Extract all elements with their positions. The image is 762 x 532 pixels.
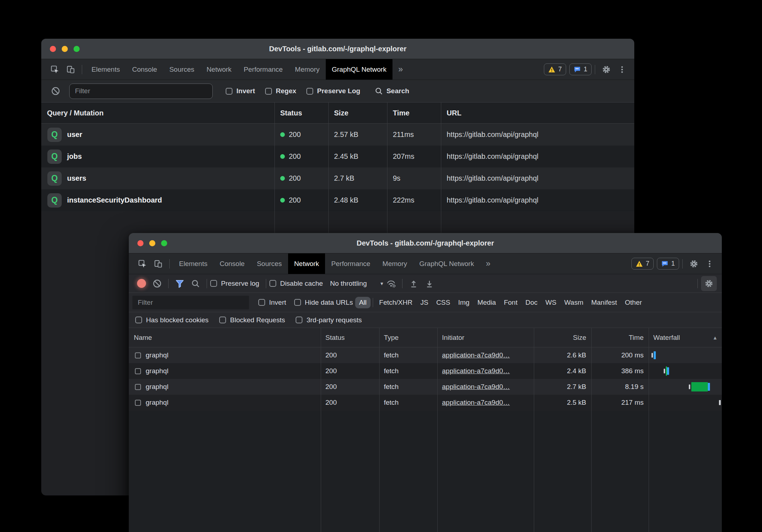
zoom-button[interactable] bbox=[161, 240, 167, 246]
table-row[interactable]: graphql 200 fetch application-a7ca9d0… 2… bbox=[129, 379, 722, 395]
type-filter-media[interactable]: Media bbox=[474, 297, 500, 308]
initiator-link[interactable]: application-a7ca9d0… bbox=[442, 367, 510, 375]
type-filter-manifest[interactable]: Manifest bbox=[587, 297, 621, 308]
messages-badge[interactable]: 1 bbox=[657, 258, 679, 270]
disable-cache-checkbox[interactable] bbox=[269, 280, 276, 287]
tab-performance[interactable]: Performance bbox=[325, 253, 376, 274]
regex-checkbox[interactable] bbox=[265, 88, 272, 95]
settings-gear-icon[interactable] bbox=[598, 62, 614, 77]
close-button[interactable] bbox=[50, 46, 56, 52]
table-row[interactable]: Quser 200 2.57 kB 211ms https://gitlab.c… bbox=[41, 124, 634, 146]
kebab-menu-icon[interactable] bbox=[614, 62, 630, 77]
tab-graphql-network[interactable]: GraphQL Network bbox=[326, 59, 392, 80]
network-settings-gear-icon[interactable] bbox=[701, 276, 717, 291]
column-header-initiator[interactable]: Initiator bbox=[437, 334, 534, 342]
column-header-size[interactable]: Size bbox=[328, 109, 387, 117]
table-row[interactable]: graphql 200 fetch application-a7ca9d0… 2… bbox=[129, 395, 722, 410]
invert-checkbox[interactable] bbox=[226, 88, 232, 95]
initiator-link[interactable]: application-a7ca9d0… bbox=[442, 383, 510, 390]
table-row[interactable]: graphql 200 fetch application-a7ca9d0… 2… bbox=[129, 347, 722, 363]
tab-sources[interactable]: Sources bbox=[251, 253, 288, 274]
blocked-requests-checkbox[interactable] bbox=[219, 317, 226, 323]
row-checkbox[interactable] bbox=[135, 384, 141, 390]
tab-graphql-network[interactable]: GraphQL Network bbox=[413, 253, 480, 274]
hide-data-urls-checkbox[interactable] bbox=[294, 299, 301, 306]
tab-memory[interactable]: Memory bbox=[289, 59, 326, 80]
column-header-size[interactable]: Size bbox=[534, 334, 591, 342]
device-toolbar-icon[interactable] bbox=[63, 62, 79, 77]
zoom-button[interactable] bbox=[74, 46, 80, 52]
row-checkbox[interactable] bbox=[135, 352, 141, 358]
tab-performance[interactable]: Performance bbox=[237, 59, 289, 80]
type-filter-doc[interactable]: Doc bbox=[521, 297, 541, 308]
throttling-dropdown[interactable]: No throttling ▾ bbox=[330, 280, 383, 288]
column-header-status[interactable]: Status bbox=[321, 334, 379, 342]
type-filter-other[interactable]: Other bbox=[621, 297, 646, 308]
settings-gear-icon[interactable] bbox=[686, 256, 702, 271]
more-tabs-icon[interactable]: » bbox=[480, 259, 496, 269]
column-header-status[interactable]: Status bbox=[274, 109, 328, 117]
clear-icon[interactable] bbox=[149, 276, 165, 291]
type-filter-wasm[interactable]: Wasm bbox=[560, 297, 587, 308]
export-har-icon[interactable] bbox=[422, 276, 437, 291]
type-filter-ws[interactable]: WS bbox=[541, 297, 560, 308]
type-filter-font[interactable]: Font bbox=[500, 297, 521, 308]
filter-funnel-icon[interactable] bbox=[172, 276, 188, 291]
search-button[interactable]: Search bbox=[375, 87, 409, 95]
tab-sources[interactable]: Sources bbox=[163, 59, 201, 80]
column-header-type[interactable]: Type bbox=[379, 334, 437, 342]
row-checkbox[interactable] bbox=[135, 400, 141, 406]
more-tabs-icon[interactable]: » bbox=[392, 65, 409, 74]
column-divider bbox=[591, 328, 592, 532]
third-party-requests-checkbox[interactable] bbox=[296, 317, 302, 323]
warnings-badge[interactable]: 7 bbox=[631, 258, 654, 270]
status-ok-dot bbox=[280, 176, 285, 181]
minimize-button[interactable] bbox=[149, 240, 155, 246]
tab-console[interactable]: Console bbox=[126, 59, 163, 80]
network-conditions-icon[interactable] bbox=[383, 276, 399, 291]
initiator-link[interactable]: application-a7ca9d0… bbox=[442, 399, 510, 406]
column-header-url[interactable]: URL bbox=[441, 109, 634, 117]
inspect-element-icon[interactable] bbox=[47, 62, 63, 77]
type-filter-js[interactable]: JS bbox=[417, 297, 432, 308]
inspect-element-icon[interactable] bbox=[135, 256, 150, 271]
table-row[interactable]: Qjobs 200 2.45 kB 207ms https://gitlab.c… bbox=[41, 146, 634, 167]
import-har-icon[interactable] bbox=[406, 276, 422, 291]
column-header-name[interactable]: Name bbox=[129, 334, 321, 342]
close-button[interactable] bbox=[137, 240, 144, 246]
messages-badge[interactable]: 1 bbox=[569, 63, 592, 75]
warnings-badge[interactable]: 7 bbox=[544, 63, 566, 75]
tab-elements[interactable]: Elements bbox=[173, 253, 213, 274]
filter-input[interactable] bbox=[69, 84, 213, 99]
search-icon[interactable] bbox=[188, 276, 203, 291]
minimize-button[interactable] bbox=[62, 46, 68, 52]
type-filter-fetch-xhr[interactable]: Fetch/XHR bbox=[375, 297, 417, 308]
tab-memory[interactable]: Memory bbox=[376, 253, 413, 274]
preserve-log-checkbox[interactable] bbox=[210, 280, 217, 287]
tab-network[interactable]: Network bbox=[288, 253, 325, 274]
column-header-time[interactable]: Time bbox=[387, 109, 441, 117]
tab-network[interactable]: Network bbox=[201, 59, 238, 80]
kebab-menu-icon[interactable] bbox=[702, 256, 718, 271]
column-header-time[interactable]: Time bbox=[591, 334, 649, 342]
devtools-window-network-panel: DevTools - gitlab.com/-/graphql-explorer… bbox=[129, 233, 722, 532]
type-filter-all[interactable]: All bbox=[355, 297, 371, 308]
type-filter-css[interactable]: CSS bbox=[432, 297, 454, 308]
column-header-waterfall[interactable]: Waterfall ▲ bbox=[649, 328, 722, 347]
clear-icon[interactable] bbox=[48, 84, 64, 99]
type-filter-img[interactable]: Img bbox=[454, 297, 474, 308]
record-button[interactable] bbox=[137, 279, 146, 288]
row-checkbox[interactable] bbox=[135, 368, 141, 374]
table-row[interactable]: Qusers 200 2.7 kB 9s https://gitlab.com/… bbox=[41, 167, 634, 189]
tab-console[interactable]: Console bbox=[213, 253, 251, 274]
device-toolbar-icon[interactable] bbox=[150, 256, 166, 271]
column-header-query-mutation[interactable]: Query / Mutation bbox=[41, 109, 274, 117]
initiator-link[interactable]: application-a7ca9d0… bbox=[442, 351, 510, 359]
tab-elements[interactable]: Elements bbox=[85, 59, 126, 80]
table-row[interactable]: QinstanceSecurityDashboard 200 2.48 kB 2… bbox=[41, 189, 634, 211]
table-row[interactable]: graphql 200 fetch application-a7ca9d0… 2… bbox=[129, 363, 722, 379]
invert-checkbox[interactable] bbox=[258, 299, 265, 306]
has-blocked-cookies-checkbox[interactable] bbox=[135, 317, 142, 323]
network-filter-input[interactable] bbox=[132, 296, 249, 309]
preserve-log-checkbox[interactable] bbox=[306, 88, 313, 95]
